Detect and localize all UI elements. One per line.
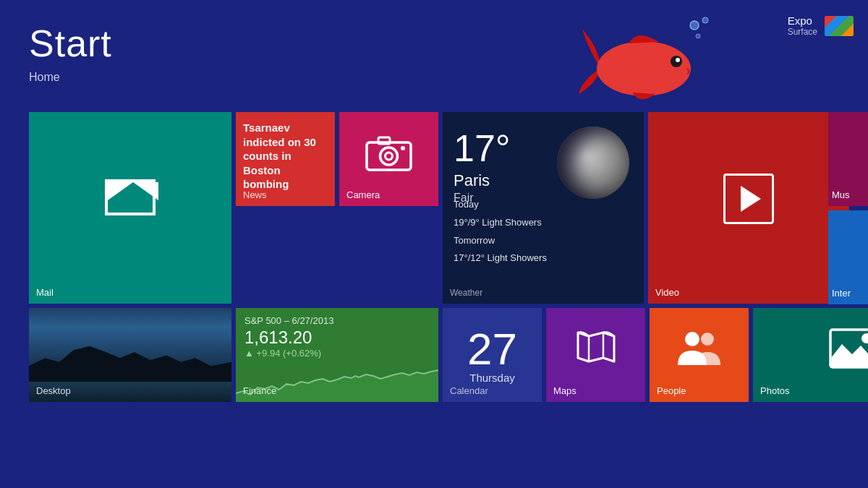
mail-tile[interactable]: Mail xyxy=(29,112,231,304)
weather-temp: 17° xyxy=(454,127,511,170)
calendar-date: 27 xyxy=(467,327,517,372)
photos-tile-label: Photos xyxy=(760,385,789,396)
finance-index-title: S&P 500 – 6/27/2013 xyxy=(244,315,430,326)
user-info[interactable]: Expo Surface xyxy=(788,14,854,37)
mail-tile-label: Mail xyxy=(36,287,54,298)
calendar-tile[interactable]: 27 Thursday Calendar xyxy=(443,308,542,402)
tomorrow-label: Tomorrow xyxy=(454,232,547,250)
home-label: Home xyxy=(29,71,112,84)
svg-marker-11 xyxy=(578,333,614,361)
svg-point-17 xyxy=(861,333,868,343)
news-tile[interactable]: Tsarnaev indicted on 30 counts in Boston… xyxy=(236,112,335,206)
camera-icon xyxy=(365,134,412,171)
today-label: Today xyxy=(454,196,547,214)
user-avatar-mini xyxy=(825,16,854,36)
maps-icon xyxy=(574,329,618,369)
play-triangle-icon xyxy=(741,186,761,212)
svg-point-15 xyxy=(701,333,714,346)
svg-point-14 xyxy=(685,332,699,346)
internet-tile-partial[interactable]: Inter xyxy=(828,210,868,304)
tiles-row-1: Mail Tsarnaev indicted on 30 counts in B… xyxy=(29,112,868,304)
svg-point-0 xyxy=(690,21,699,30)
svg-point-2 xyxy=(696,34,700,38)
weather-moon xyxy=(557,127,629,199)
calendar-day: Thursday xyxy=(469,372,515,384)
internet-label: Inter xyxy=(832,288,851,299)
goldfish-decoration xyxy=(579,14,723,123)
svg-point-1 xyxy=(702,17,708,23)
finance-tile[interactable]: S&P 500 – 6/27/2013 1,613.20 ▲ +9.94 (+0… xyxy=(236,308,438,402)
header-section: Start Home xyxy=(29,22,112,84)
start-title: Start xyxy=(29,22,112,65)
user-name: Expo xyxy=(788,14,817,27)
mountain-silhouette xyxy=(29,344,231,384)
maps-tile-label: Maps xyxy=(553,385,576,396)
weather-tile-label: Weather xyxy=(450,288,482,298)
people-icon xyxy=(674,329,725,369)
finance-tile-label: Finance xyxy=(243,385,276,396)
finance-change: ▲ +9.94 (+0.62%) xyxy=(244,348,430,359)
people-tile-label: People xyxy=(657,385,686,396)
device-name: Surface xyxy=(788,27,817,37)
camera-tile-label: Camera xyxy=(346,189,380,200)
svg-rect-9 xyxy=(378,137,390,144)
desktop-tile[interactable]: Desktop xyxy=(29,308,231,402)
tiles-container: Mail Tsarnaev indicted on 30 counts in B… xyxy=(29,112,868,402)
svg-point-10 xyxy=(401,146,405,150)
weather-tile[interactable]: 17° Paris Fair Today 19°/9° Light Shower… xyxy=(443,112,644,304)
tiles-row-2: Desktop S&P 500 – 6/27/2013 1,613.20 ▲ +… xyxy=(29,308,868,402)
svg-point-5 xyxy=(676,58,680,62)
video-tile-label: Video xyxy=(655,287,679,298)
finance-chart xyxy=(236,366,438,402)
music-tile-partial[interactable]: Mus xyxy=(828,112,868,206)
svg-point-8 xyxy=(386,153,393,160)
photos-tile[interactable]: Photos xyxy=(753,308,868,402)
camera-tile[interactable]: Camera xyxy=(339,112,438,206)
desktop-tile-label: Desktop xyxy=(36,385,71,396)
weather-city: Paris xyxy=(454,171,490,190)
weather-details: Today 19°/9° Light Showers Tomorrow 17°/… xyxy=(454,196,547,267)
video-tile[interactable]: Video xyxy=(648,112,849,304)
calendar-tile-label: Calendar xyxy=(450,385,488,396)
today-val: 19°/9° Light Showers xyxy=(454,214,547,232)
photos-icon xyxy=(829,328,868,369)
svg-point-7 xyxy=(380,147,398,165)
maps-tile[interactable]: Maps xyxy=(546,308,645,402)
music-label: Mus xyxy=(832,189,850,200)
tomorrow-val: 17°/12° Light Showers xyxy=(454,249,547,267)
svg-point-3 xyxy=(597,41,691,96)
news-tile-label: News xyxy=(243,189,267,200)
finance-value: 1,613.20 xyxy=(244,328,430,348)
people-tile[interactable]: People xyxy=(650,308,749,402)
play-button-icon xyxy=(723,174,774,224)
